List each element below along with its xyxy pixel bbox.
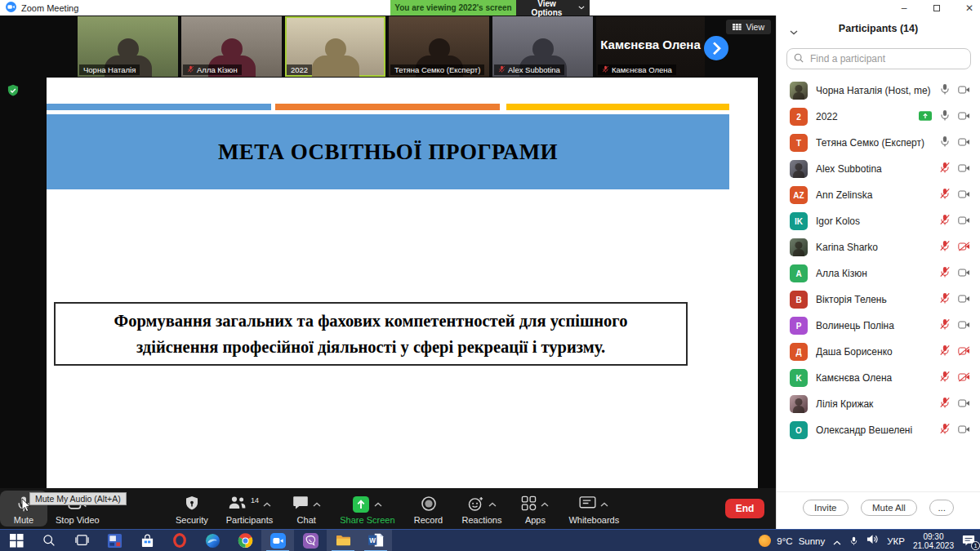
toolbar-reactions-button[interactable]: Reactions [454,488,510,529]
taskbar-weather[interactable]: 9°C Sunny [759,535,825,547]
chevron-up-icon[interactable] [313,495,321,510]
mic-status-icon[interactable] [939,266,951,281]
camera-status-icon[interactable] [958,109,970,124]
participant-row[interactable]: Чорна Наталія (Host, me) [777,78,980,104]
camera-status-icon[interactable] [958,423,970,438]
mic-status-icon[interactable] [939,397,951,411]
people-icon [228,495,247,513]
notification-center-icon[interactable]: 1 [962,535,977,548]
video-tile-name: 2022 [287,64,312,75]
mic-status-icon[interactable] [939,371,951,385]
participant-row[interactable]: IKIgor Kolos [777,208,980,234]
tray-mic-icon[interactable] [849,534,858,549]
participant-search[interactable] [786,48,971,69]
taskbar-viber-icon[interactable] [294,530,327,551]
mic-status-icon[interactable] [939,83,951,98]
muted-mic-icon [187,65,194,74]
camera-status-icon[interactable] [958,83,970,98]
toolbar-record-button[interactable]: Record [405,488,452,529]
mic-status-icon[interactable] [939,423,951,438]
tray-chevron-icon[interactable] [833,534,841,549]
more-options-button[interactable]: ... [929,500,954,516]
maximize-button[interactable] [931,2,942,14]
chevron-up-icon[interactable] [488,495,497,510]
taskbar-word-icon[interactable]: W [359,530,392,551]
taskbar-taskview-icon[interactable] [65,530,98,551]
camera-status-icon[interactable] [958,266,970,281]
taskbar-chrome-icon[interactable] [229,530,261,551]
minimize-button[interactable]: – [898,2,910,14]
camera-status-icon[interactable] [958,188,970,202]
tray-volume-icon[interactable] [866,534,879,549]
slide-title-banner: МЕТА ОСВІТНЬОЇ ПРОГРАМИ [47,114,729,189]
participant-row[interactable]: Лілія Крижак [777,391,980,417]
camera-status-icon[interactable] [958,240,970,255]
video-tile[interactable]: 2022 [285,16,385,77]
camera-status-icon[interactable] [958,136,970,150]
participant-row[interactable]: TТетяна Семко (Експерт) [777,130,980,156]
taskbar-search-icon[interactable] [33,530,65,551]
video-tile[interactable]: Alex Subbotina [492,16,593,77]
next-videos-button[interactable] [704,36,728,60]
chevron-up-icon[interactable] [541,495,549,510]
participant-row[interactable]: 22022 [777,104,980,130]
view-options-button[interactable]: View Options [516,0,590,16]
participant-row[interactable]: AАлла Кізюн [777,260,980,287]
camera-status-icon[interactable] [958,318,970,333]
toolbar-whiteboards-button[interactable]: Whiteboards [560,488,627,529]
mic-status-icon[interactable] [939,318,951,333]
invite-button[interactable]: Invite [803,500,849,516]
taskbar-edge-icon[interactable] [196,530,229,551]
mic-status-icon[interactable] [939,214,951,229]
chevron-up-icon[interactable] [374,495,382,510]
camera-status-icon[interactable] [958,371,970,385]
video-tile[interactable]: Чорна Наталія [78,16,178,77]
mic-status-icon[interactable] [939,344,951,359]
participant-row[interactable]: Karina Sharko [777,234,980,260]
video-tile[interactable]: Алла Кізюн [181,16,282,77]
taskbar-explorer-icon[interactable] [327,530,359,551]
close-button[interactable]: ✕ [964,2,975,14]
taskbar-zoom-icon[interactable] [261,530,294,551]
taskbar-store-icon[interactable] [131,530,163,551]
mic-status-icon[interactable] [939,162,951,176]
participant-row[interactable]: OОлександр Вешелені [777,417,980,443]
video-tile[interactable]: Камєнєва ОленаКамєнєва Олена [596,16,705,77]
toolbar-apps-button[interactable]: Apps [511,488,559,529]
camera-status-icon[interactable] [958,397,970,411]
participant-row[interactable]: AZAnn Zelinska [777,182,980,208]
search-icon [794,51,804,66]
taskbar-opera-icon[interactable] [163,530,196,551]
view-layout-button[interactable]: View [726,20,771,34]
taskbar-start-icon[interactable] [0,530,33,551]
mic-status-icon[interactable] [939,109,951,124]
camera-status-icon[interactable] [958,344,970,359]
search-input[interactable] [808,52,964,65]
mic-status-icon[interactable] [939,188,951,202]
camera-status-icon[interactable] [958,214,970,229]
language-indicator[interactable]: УКР [887,536,905,546]
mic-status-icon[interactable] [939,292,951,307]
participant-row[interactable]: PВолинець Поліна [777,313,980,339]
camera-status-icon[interactable] [958,162,970,176]
mute-all-button[interactable]: Mute All [861,500,917,516]
mic-status-icon[interactable] [939,240,951,255]
participant-row[interactable]: KКамєнєва Олена [777,365,980,391]
camera-status-icon[interactable] [958,292,970,307]
chevron-up-icon[interactable] [600,495,608,510]
video-tile[interactable]: Тетяна Семко (Експерт) [389,16,489,77]
toolbar-chat-button[interactable]: Chat [283,488,330,529]
collapse-panel-chevron-icon[interactable] [790,24,798,38]
chevron-up-icon[interactable] [263,495,271,510]
mic-status-icon[interactable] [939,136,951,150]
participant-row[interactable]: ДДаша Борисенко [777,339,980,365]
end-meeting-button[interactable]: End [725,499,764,518]
participant-row[interactable]: BВікторія Телень [777,287,980,313]
participant-row[interactable]: Alex Subbotina [777,156,980,182]
toolbar-share-screen-button[interactable]: Share Screen [332,488,403,529]
toolbar-participants-button[interactable]: 14Participants [218,488,281,529]
taskbar-movies-icon[interactable] [98,530,131,551]
toolbar-security-button[interactable]: Security [167,488,216,529]
participant-name: Волинець Поліна [816,320,939,331]
taskbar-clock[interactable]: 09:30 21.04.2023 [913,532,954,550]
